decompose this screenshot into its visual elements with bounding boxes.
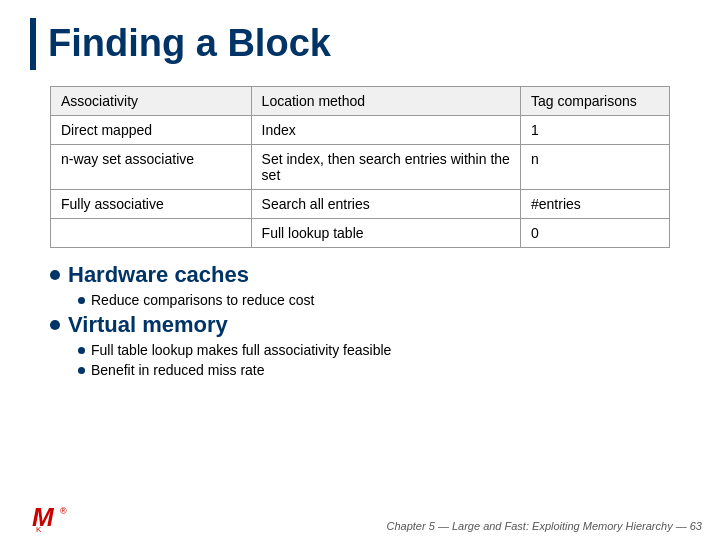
svg-text:K: K [36, 525, 42, 532]
bullet-hardware-caches: Hardware caches [50, 262, 690, 288]
cell-direct-mapped: Direct mapped [51, 116, 252, 145]
title-accent [30, 18, 36, 70]
cache-table: Associativity Location method Tag compar… [50, 86, 670, 248]
cell-nway: n-way set associative [51, 145, 252, 190]
cell-empty [51, 219, 252, 248]
bullet-full-table: Full table lookup makes full associativi… [78, 342, 690, 358]
table-row: Fully associative Search all entries #en… [51, 190, 670, 219]
cell-set-index: Set index, then search entries within th… [251, 145, 520, 190]
table-row: Direct mapped Index 1 [51, 116, 670, 145]
bullet-reduce-comparisons: Reduce comparisons to reduce cost [78, 292, 690, 308]
header-location: Location method [251, 87, 520, 116]
bullet-dot-2-2 [78, 367, 85, 374]
svg-text:®: ® [60, 506, 67, 516]
bullet-h2-label-1-1: Reduce comparisons to reduce cost [91, 292, 314, 308]
bullet-virtual-memory: Virtual memory [50, 312, 690, 338]
bullet-h2-label-2-1: Full table lookup makes full associativi… [91, 342, 391, 358]
bullet-dot-2 [50, 320, 60, 330]
cell-index: Index [251, 116, 520, 145]
logo: M ® K [30, 500, 70, 532]
bullet-dot-2-1 [78, 347, 85, 354]
table-row: n-way set associative Set index, then se… [51, 145, 670, 190]
page: Finding a Block Associativity Location m… [0, 0, 720, 540]
bullet-h2-label-2-2: Benefit in reduced miss rate [91, 362, 265, 378]
cell-entries: #entries [520, 190, 669, 219]
cell-fully-assoc: Fully associative [51, 190, 252, 219]
cell-0: 0 [520, 219, 669, 248]
table-container: Associativity Location method Tag compar… [50, 86, 690, 248]
bullet-dot-1-1 [78, 297, 85, 304]
header-tag: Tag comparisons [520, 87, 669, 116]
table-header-row: Associativity Location method Tag compar… [51, 87, 670, 116]
cell-1: 1 [520, 116, 669, 145]
cell-full-lookup: Full lookup table [251, 219, 520, 248]
logo-icon: M ® K [30, 500, 70, 532]
table-row: Full lookup table 0 [51, 219, 670, 248]
page-title: Finding a Block [48, 23, 331, 65]
bullet-dot-1 [50, 270, 60, 280]
cell-search-all: Search all entries [251, 190, 520, 219]
title-bar: Finding a Block [30, 18, 690, 70]
cell-n: n [520, 145, 669, 190]
bullet-h1-label-2: Virtual memory [68, 312, 228, 338]
footer-text: Chapter 5 — Large and Fast: Exploiting M… [387, 520, 702, 532]
bullet-list: Hardware caches Reduce comparisons to re… [50, 262, 690, 380]
bullet-miss-rate: Benefit in reduced miss rate [78, 362, 690, 378]
header-associativity: Associativity [51, 87, 252, 116]
bullet-h1-label-1: Hardware caches [68, 262, 249, 288]
